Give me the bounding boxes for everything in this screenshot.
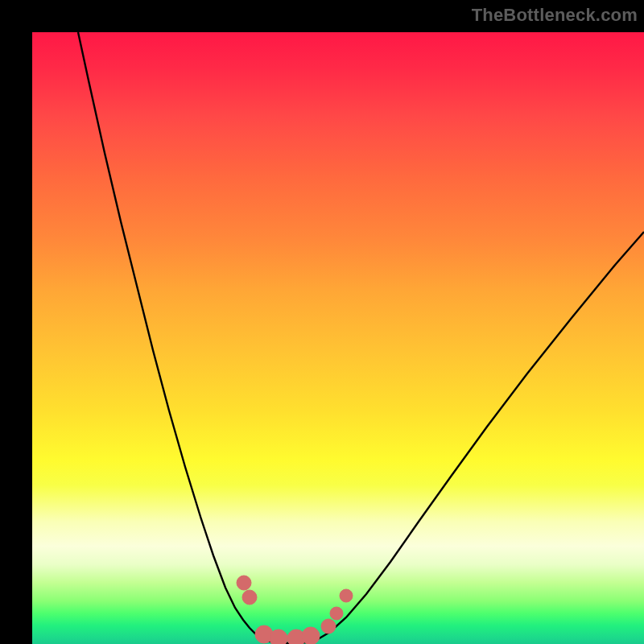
marker-dot — [321, 619, 336, 634]
plot-area — [32, 32, 644, 644]
marker-dot — [340, 589, 353, 602]
branding-watermark: TheBottleneck.com — [472, 5, 638, 26]
marker-dot — [237, 576, 251, 590]
curve-svg — [32, 32, 644, 644]
marker-dot — [270, 630, 287, 644]
bottleneck-curve — [78, 32, 644, 643]
marker-dot — [302, 627, 320, 644]
marker-dot — [330, 607, 343, 620]
marker-dot — [242, 590, 257, 605]
outer-frame: TheBottleneck.com — [0, 0, 644, 644]
